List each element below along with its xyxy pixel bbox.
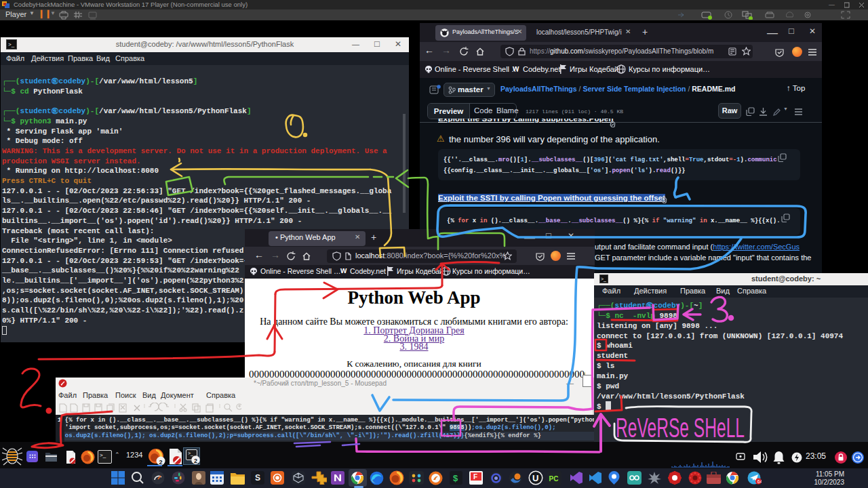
svg-text:ReVeRSe SHeLL: ReVeRSe SHeLL [616, 413, 745, 443]
